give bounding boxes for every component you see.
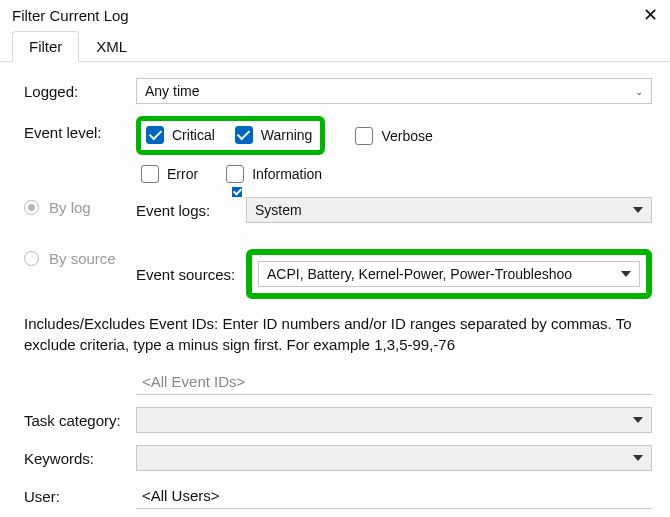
- label-event-logs: Event logs:: [136, 202, 246, 219]
- label-information: Information: [252, 166, 322, 182]
- chevron-down-icon: [633, 417, 643, 423]
- row-task-category: Task category:: [24, 407, 652, 433]
- task-category-dropdown[interactable]: [136, 407, 652, 433]
- label-logged: Logged:: [24, 83, 136, 100]
- radio-by-source[interactable]: By source: [24, 250, 136, 267]
- row-logged: Logged: Any time ⌄: [24, 78, 652, 104]
- small-check-icon: [232, 187, 242, 197]
- keywords-dropdown[interactable]: [136, 445, 652, 471]
- checkbox-icon: [226, 165, 244, 183]
- label-critical: Critical: [172, 127, 215, 143]
- window-title: Filter Current Log: [12, 7, 129, 24]
- label-by-source: By source: [49, 250, 116, 267]
- checkbox-error[interactable]: Error: [141, 165, 198, 183]
- row-log-source: By log By source Event logs: System Even…: [24, 197, 652, 299]
- includes-excludes-help: Includes/Excludes Event IDs: Enter ID nu…: [24, 313, 652, 355]
- row-event-sources: Event sources: ACPI, Battery, Kernel-Pow…: [136, 249, 652, 299]
- label-event-sources: Event sources:: [136, 266, 246, 283]
- event-logs-dropdown[interactable]: System: [246, 197, 652, 223]
- close-icon[interactable]: ✕: [643, 6, 658, 24]
- tab-xml[interactable]: XML: [79, 31, 144, 62]
- radio-group-logsource: By log By source: [24, 197, 136, 271]
- label-keywords: Keywords:: [24, 450, 136, 467]
- checkbox-icon: [355, 127, 373, 145]
- checkbox-critical[interactable]: Critical: [146, 126, 215, 144]
- label-verbose: Verbose: [381, 128, 432, 144]
- tab-strip: Filter XML: [0, 30, 670, 62]
- checkbox-information[interactable]: Information: [226, 165, 322, 183]
- logged-dropdown[interactable]: Any time ⌄: [136, 78, 652, 104]
- tab-filter[interactable]: Filter: [12, 31, 79, 62]
- highlight-critical-warning: Critical Warning: [136, 116, 325, 155]
- form-body: Logged: Any time ⌄ Event level: Critical: [0, 62, 670, 509]
- label-task-category: Task category:: [24, 412, 136, 429]
- highlight-event-sources: ACPI, Battery, Kernel-Power, Power-Troub…: [246, 249, 652, 299]
- checkbox-warning[interactable]: Warning: [235, 126, 313, 144]
- titlebar: Filter Current Log ✕: [0, 0, 670, 30]
- label-event-level: Event level:: [24, 116, 136, 141]
- label-by-log: By log: [49, 199, 91, 216]
- row-event-ids: [24, 369, 652, 395]
- checkbox-icon: [235, 126, 253, 144]
- chevron-down-icon: [621, 271, 631, 277]
- event-ids-input[interactable]: [136, 369, 652, 395]
- chevron-down-icon: [633, 455, 643, 461]
- row-event-level: Event level: Critical Warning: [24, 116, 652, 183]
- chevron-down-icon: [633, 207, 643, 213]
- window-root: Filter Current Log ✕ Filter XML Logged: …: [0, 0, 670, 517]
- label-error: Error: [167, 166, 198, 182]
- event-sources-dropdown[interactable]: ACPI, Battery, Kernel-Power, Power-Troub…: [258, 261, 640, 287]
- checkbox-icon: [146, 126, 164, 144]
- chevron-down-icon: ⌄: [635, 86, 643, 97]
- label-user: User:: [24, 488, 136, 505]
- checkbox-verbose[interactable]: Verbose: [355, 127, 432, 145]
- row-event-logs: Event logs: System: [136, 197, 652, 223]
- radio-by-log[interactable]: By log: [24, 199, 136, 216]
- row-keywords: Keywords:: [24, 445, 652, 471]
- checkbox-icon: [141, 165, 159, 183]
- user-input[interactable]: [136, 483, 652, 509]
- event-logs-value: System: [255, 202, 302, 218]
- event-sources-value: ACPI, Battery, Kernel-Power, Power-Troub…: [267, 266, 572, 282]
- logged-value: Any time: [145, 83, 199, 99]
- label-warning: Warning: [261, 127, 313, 143]
- row-user: User:: [24, 483, 652, 509]
- radio-icon: [24, 200, 39, 215]
- radio-icon: [24, 251, 39, 266]
